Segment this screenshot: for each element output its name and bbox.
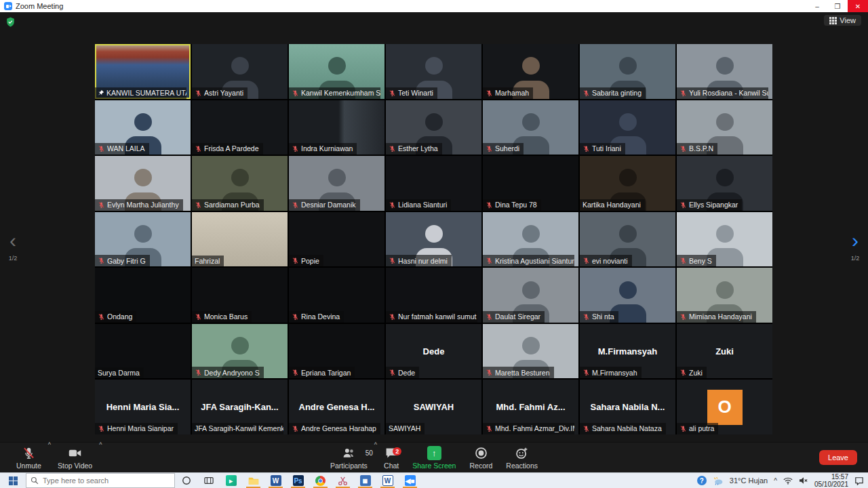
participant-name: M.Firmansyah [592,369,637,377]
participant-tile[interactable]: Kartika Handayani [580,156,675,211]
participant-tile[interactable]: Tuti Iriani [580,100,675,155]
participant-tile[interactable]: Andre Genesa H...Andre Genesa Harahap [289,380,384,434]
participant-tile[interactable]: B.S.P.N [677,100,772,155]
hidden-icons-caret[interactable]: ^ [774,477,777,485]
close-button[interactable]: ✕ [848,0,868,12]
participant-tile[interactable]: Daulat Siregar [483,268,578,323]
participant-tile[interactable]: Indra Kurniawan [289,100,384,155]
help-icon[interactable]: ? [697,476,707,485]
participant-tile[interactable]: M.FirmansyahM.Firmansyah [580,324,675,379]
participant-tile[interactable]: WAN LAILA [95,100,191,155]
minimize-button[interactable]: – [807,0,827,12]
photoshop-button[interactable]: Ps [287,473,309,488]
calculator-button[interactable]: ▦ [354,473,376,488]
taskbar-search[interactable] [26,473,175,488]
file-explorer-button[interactable] [242,473,264,488]
start-button[interactable] [0,473,26,488]
participant-tile[interactable]: Evlyn Martha Julianthy [95,156,191,211]
participant-tile[interactable]: Kristina Agustiani Sianturi [483,212,578,267]
participant-tile[interactable]: Shi nta [580,268,675,323]
participant-tile[interactable]: Rina Devina [289,268,384,323]
participant-tile[interactable]: Ondang [95,268,191,323]
security-shield-icon[interactable] [6,17,15,27]
view-button[interactable]: View [824,15,861,26]
gallery-next[interactable]: › 1/2 [848,232,863,262]
participant-tile[interactable]: Sardiaman Purba [192,156,288,211]
participant-tile[interactable]: JFA Saragih-Kan...JFA Saragih-Kanwil Kem… [192,380,288,434]
prev-arrow-icon[interactable]: ‹ [5,232,20,249]
stop-video-button[interactable]: Stop Video [51,446,99,470]
chat-button[interactable]: 2 Chat [377,446,406,470]
participant-tile[interactable]: Mhd. Fahmi Az...Mhd. Fahmi Azmar_Div.IM [483,380,578,434]
zoom-taskbar-button[interactable]: ◀■ [399,473,421,488]
participant-tile[interactable]: ZukiZuki [677,324,772,379]
reactions-button[interactable]: Reactions [499,446,545,470]
participant-name-label: Marhamah [483,87,533,99]
participant-tile[interactable]: Lidiana Sianturi [386,156,481,211]
participant-tile[interactable]: Frisda A Pardede [192,100,288,155]
restore-button[interactable]: ❐ [827,0,848,12]
cortana-button[interactable] [175,473,197,488]
participant-name: Henni Maria Sianipar [107,425,174,432]
record-button[interactable]: Record [462,446,499,470]
participant-name-label: Ellys Sipangkar [677,199,742,211]
participant-tile[interactable]: SAWIYAHSAWIYAH [386,380,481,434]
action-center-icon[interactable] [854,476,864,485]
word-button[interactable]: W [264,473,287,488]
participant-tile[interactable]: DedeDede [386,324,481,379]
participant-tile[interactable]: Epriana Tarigan [289,324,384,379]
next-arrow-icon[interactable]: › [848,232,863,249]
participant-tile[interactable]: Gaby Fitri G [95,212,191,267]
filmora-button[interactable]: ▸ [220,473,242,488]
participant-tile[interactable]: Hasni nur delmi [386,212,481,267]
leave-button[interactable]: Leave [819,450,857,465]
participant-tile[interactable]: Desniar Damanik [289,156,384,211]
word-doc-button[interactable]: W [376,473,399,488]
unmute-button[interactable]: Unmute [9,446,48,470]
participant-tile[interactable]: Marhamah [483,44,578,99]
participant-tile[interactable]: Popie [289,212,384,267]
participant-tile[interactable]: Oali putra [677,380,772,434]
participant-name-label: JFA Saragih-Kanwil Kemenkumha... [192,423,283,434]
participant-name-label: Suherdi [483,143,524,155]
participants-count: 50 [366,449,373,457]
participant-tile[interactable]: Kanwil Kemenkumham Sumut... [289,44,384,99]
participant-tile[interactable]: Yuli Rosdiana - Kanwil Sumut [677,44,772,99]
participant-tile[interactable]: Surya Darma [95,324,191,379]
search-input[interactable] [43,476,158,485]
participant-tile[interactable]: Fahrizal [192,212,288,267]
participant-name: Sahara Nabila Nataza [592,425,662,432]
participant-tile[interactable]: Teti Winarti [386,44,481,99]
video-options-caret[interactable]: ^ [99,441,102,465]
participant-tile[interactable]: Henni Maria Sia...Henni Maria Sianipar [95,380,191,434]
participants-button[interactable]: 50 Participants [323,446,374,470]
participant-tile[interactable]: Suherdi [483,100,578,155]
share-screen-button[interactable]: ↑ Share Screen [406,446,462,470]
gallery-prev[interactable]: ‹ 1/2 [5,232,20,262]
participant-name-label: Maretta Besturen [483,367,554,378]
participant-tile[interactable]: Mimiana Handayani [677,268,772,323]
participant-tile[interactable]: KANWIL SUMATERA UTARA [95,44,191,99]
volume-icon[interactable] [799,476,808,485]
wifi-icon[interactable] [783,477,793,485]
weather-text[interactable]: 31°C Hujan [730,476,768,485]
participant-tile[interactable]: Ellys Sipangkar [677,156,772,211]
participant-tile[interactable]: Dina Tepu 78 [483,156,578,211]
taskbar-clock[interactable]: 15:57 05/10/2021 [814,473,848,488]
snip-button[interactable] [332,473,354,488]
participant-name-label: KANWIL SUMATERA UTARA [95,87,186,99]
reactions-label: Reactions [506,462,538,470]
chrome-button[interactable] [309,473,332,488]
task-view-button[interactable] [197,473,220,488]
participant-tile[interactable]: Sahara Nabila N...Sahara Nabila Nataza [580,380,675,434]
participant-tile[interactable]: Sabarita ginting [580,44,675,99]
participant-tile[interactable]: Astri Yayanti [192,44,288,99]
participant-name: KANWIL SUMATERA UTARA [106,89,186,97]
participant-tile[interactable]: Maretta Besturen [483,324,578,379]
participant-tile[interactable]: Dedy Andryono S [192,324,288,379]
participant-tile[interactable]: Monica Barus [192,268,288,323]
participant-tile[interactable]: evi novianti [580,212,675,267]
participant-tile[interactable]: Nur fatmah kanwil sumut [386,268,481,323]
participant-tile[interactable]: Beny S [677,212,772,267]
participant-tile[interactable]: Esther Lytha [386,100,481,155]
